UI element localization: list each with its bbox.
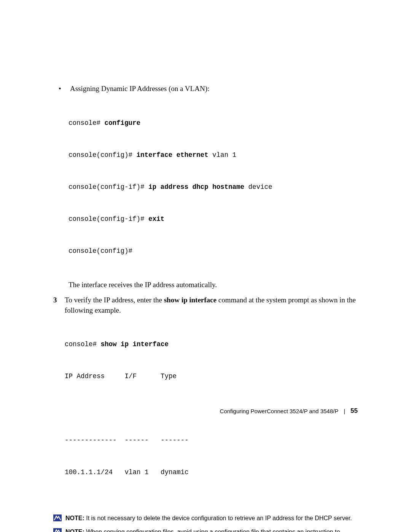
code-line: 100.1.1.1/24 vlan 1 dynamic [65,467,358,478]
footer-separator: | [344,408,345,414]
text: It is not necessary to delete the device… [86,515,352,521]
paragraph: The interface receives the IP address au… [68,280,358,290]
code-line: device [244,183,272,191]
code-bold: exit [148,215,164,223]
note-label: NOTE: [65,529,86,532]
note-block: NOTE: When copying configuration files, … [53,528,358,532]
step-number: 3 [53,295,65,315]
note-block: NOTE: It is not necessary to delete the … [53,514,358,522]
note-label: NOTE: [65,515,86,521]
code-block-1: console# configure console(config)# inte… [68,96,358,278]
code-line: ------------- ------ ------- [65,435,358,446]
text: When copying configuration files, avoid … [65,529,355,532]
code-bold: interface ethernet [137,151,209,159]
footer-title: Configuring PowerConnect 3524/P and 3548… [220,408,339,414]
code-line: console(config)# [68,151,137,159]
code-line: console(config-if)# [68,215,148,223]
page-footer: Configuring PowerConnect 3524/P and 3548… [220,407,358,415]
numbered-step: 3 To verify the IP address, enter the sh… [53,295,358,315]
bullet-item: • Assigning Dynamic IP Addresses (on a V… [53,84,358,94]
text-bold: show ip interface [164,296,217,304]
page-number: 55 [350,407,358,415]
code-line: console(config)# [68,247,137,255]
note-icon [53,528,64,532]
code-line: console# [65,340,101,348]
code-line: IP Address I/F Type [65,371,358,382]
note-text: NOTE: It is not necessary to delete the … [65,514,352,522]
step-text: To verify the IP address, enter the show… [65,295,358,315]
note-text: NOTE: When copying configuration files, … [65,528,358,532]
code-bold: ip address dhcp hostname [148,183,244,191]
bullet-dot: • [53,84,70,94]
code-bold: configure [105,119,141,127]
text: To verify the IP address, enter the [65,296,164,304]
code-line: console# [68,119,105,127]
code-line: console(config-if)# [68,183,148,191]
note-icon [53,514,64,522]
bullet-text: Assigning Dynamic IP Addresses (on a VLA… [70,84,209,94]
code-bold: show ip interface [101,340,169,348]
code-line: vlan 1 [209,151,237,159]
